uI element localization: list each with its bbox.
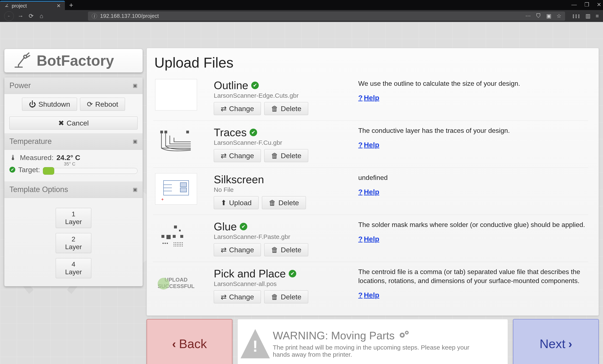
- layer4-label: 4 Layer: [63, 260, 84, 276]
- svg-rect-10: [174, 225, 177, 228]
- svg-point-24: [182, 242, 183, 243]
- slider-thumb[interactable]: [43, 167, 54, 175]
- back-icon[interactable]: ←: [4, 11, 14, 21]
- svg-point-27: [177, 244, 178, 245]
- reboot-label: Reboot: [95, 100, 118, 108]
- home-icon[interactable]: ⌂: [38, 13, 45, 20]
- window-close-icon[interactable]: ✕: [597, 1, 601, 8]
- help-label: Help: [364, 93, 379, 103]
- change-button[interactable]: ⇄Change: [214, 149, 261, 162]
- star-icon[interactable]: ☆: [557, 13, 561, 19]
- check-circle-icon: [158, 278, 169, 289]
- url-text: 192.168.137.100/project: [100, 13, 159, 19]
- swap-icon: ⇄: [221, 293, 227, 301]
- svg-point-29: [180, 244, 181, 245]
- svg-point-33: [177, 246, 178, 246]
- svg-point-22: [179, 242, 179, 243]
- measured-label: Measured:: [20, 154, 54, 162]
- cancel-button[interactable]: ✖ Cancel: [9, 117, 138, 130]
- more-icon[interactable]: ⋯: [525, 13, 531, 19]
- url-bar[interactable]: i 192.168.137.100/project ⋯ ⛉ ▣ ☆: [88, 11, 565, 21]
- panel-header-power[interactable]: Power ▣: [4, 77, 143, 94]
- slider-track: [43, 168, 138, 174]
- sidebar-icon[interactable]: ▥: [585, 13, 591, 19]
- upload-button[interactable]: ⬆Upload: [214, 196, 259, 209]
- help-link[interactable]: ? Help: [358, 93, 379, 103]
- file-heading: Pick and Place: [214, 267, 286, 280]
- change-button[interactable]: ⇄Change: [214, 290, 261, 303]
- delete-button[interactable]: 🗑Delete: [264, 290, 308, 303]
- library-icon[interactable]: ⫿⫿⫿: [572, 13, 580, 19]
- help-link[interactable]: ? Help: [358, 187, 379, 197]
- svg-rect-13: [166, 235, 171, 239]
- menu-icon[interactable]: ≡: [596, 13, 599, 19]
- thumbnail-silkscreen: [155, 173, 197, 205]
- main-panel: Upload Files Outline ✔ LarsonScanner-Edg…: [147, 48, 599, 316]
- change-button[interactable]: ⇄Change: [214, 102, 261, 115]
- window-controls: — ❐ ✕: [571, 0, 601, 9]
- svg-point-31: [174, 246, 174, 246]
- target-slider[interactable]: 35° C: [43, 165, 138, 174]
- next-button[interactable]: Next ›: [513, 319, 599, 364]
- question-icon: ?: [358, 290, 363, 300]
- layer-2-button[interactable]: 2 Layer: [56, 233, 91, 253]
- reload-icon[interactable]: ⟳: [27, 12, 35, 20]
- layer-1-button[interactable]: 1 Layer: [56, 208, 91, 228]
- help-link[interactable]: ? Help: [358, 140, 379, 150]
- back-button[interactable]: ‹ Back: [147, 319, 232, 364]
- file-name: LarsonScanner-F.Paste.gbr: [214, 233, 348, 240]
- help-link[interactable]: ? Help: [358, 290, 379, 300]
- svg-rect-8: [180, 183, 186, 187]
- panel-header-temperature[interactable]: Temperature ▣: [4, 133, 143, 150]
- close-icon: ✖: [58, 119, 64, 127]
- panel-body-template: 1 Layer 2 Layer 4 Layer: [4, 198, 143, 286]
- reader-icon[interactable]: ▣: [546, 13, 552, 19]
- reboot-button[interactable]: ⟳ Reboot: [80, 98, 125, 111]
- panel-header-template[interactable]: Template Options ▣: [4, 181, 143, 198]
- svg-point-32: [175, 246, 176, 246]
- close-icon[interactable]: ✕: [57, 3, 61, 9]
- svg-point-21: [177, 242, 178, 243]
- question-icon: ?: [358, 187, 363, 197]
- shutdown-label: Shutdown: [38, 100, 70, 108]
- layer-4-button[interactable]: 4 Layer: [56, 258, 91, 278]
- file-description: undefined: [358, 173, 586, 182]
- delete-button[interactable]: 🗑Delete: [264, 102, 308, 115]
- sidebar-panels: Power ▣ ⏻ Shutdown ⟳ Reboot ✖ Cancel: [4, 77, 143, 287]
- delete-button[interactable]: 🗑Delete: [264, 243, 308, 256]
- collapse-icon[interactable]: ▣: [133, 187, 138, 192]
- help-link[interactable]: ? Help: [358, 234, 379, 244]
- collapse-icon[interactable]: ▣: [133, 139, 138, 144]
- shutdown-button[interactable]: ⏻ Shutdown: [22, 98, 77, 111]
- target-label: Target:: [18, 166, 40, 174]
- window-restore-icon[interactable]: ❐: [584, 1, 589, 8]
- page-body: BotFactory Power ▣ ⏻ Shutdown ⟳ Reboot: [0, 22, 603, 364]
- delete-label: Delete: [281, 152, 301, 160]
- forward-icon[interactable]: →: [17, 13, 24, 20]
- svg-point-18: [167, 243, 168, 244]
- file-description: The centroid file is a comma (or tab) se…: [358, 267, 586, 285]
- window-minimize-icon[interactable]: —: [571, 1, 577, 8]
- upload-label: Upload: [229, 199, 252, 207]
- svg-rect-6: [186, 131, 189, 133]
- file-description: The solder mask marks where solder (or c…: [358, 220, 586, 229]
- delete-label: Delete: [281, 246, 301, 254]
- collapse-icon[interactable]: ▣: [133, 83, 138, 88]
- file-row-pick-and-place: UPLOAD SUCCESSFUL Pick and Place ✔ Larso…: [153, 262, 588, 309]
- check-icon: ✔: [250, 129, 257, 136]
- svg-point-23: [180, 242, 181, 243]
- new-tab-button[interactable]: +: [65, 1, 78, 9]
- change-button[interactable]: ⇄Change: [214, 243, 261, 256]
- thumbnail-glue: [155, 220, 197, 252]
- layer1-label: 1 Layer: [63, 210, 84, 226]
- svg-point-26: [175, 244, 176, 245]
- svg-point-38: [401, 334, 403, 336]
- delete-button[interactable]: 🗑Delete: [264, 149, 308, 162]
- question-icon: ?: [358, 93, 363, 103]
- shield-icon[interactable]: ⛉: [536, 13, 541, 19]
- swap-icon: ⇄: [221, 104, 227, 113]
- info-icon[interactable]: i: [92, 13, 97, 19]
- browser-tab[interactable]: project ✕: [0, 1, 65, 10]
- panel-title: Template Options: [9, 185, 68, 194]
- delete-button[interactable]: 🗑Delete: [262, 196, 306, 209]
